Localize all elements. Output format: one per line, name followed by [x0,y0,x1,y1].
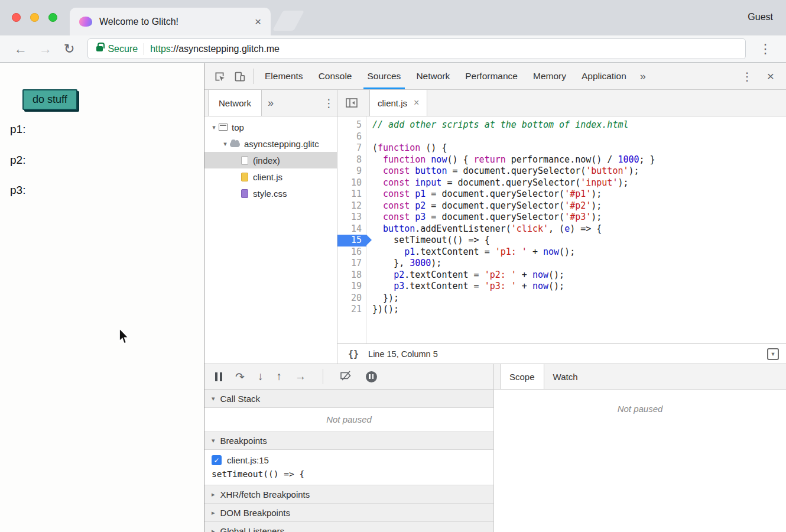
code-line-17[interactable]: }, 3000); [372,258,786,270]
line-number[interactable]: 21 [337,304,366,316]
code-line-8[interactable]: function now() { return performance.now(… [372,154,786,166]
breakpoint-code-snippet: setTimeout(() => { [212,469,486,479]
code-line-21[interactable]: })(); [372,304,786,316]
editor-tab-clientjs[interactable]: client.js × [369,90,427,116]
line-number[interactable]: 5 [337,119,366,131]
devtools-tab-sources[interactable]: Sources [360,63,409,89]
code-line-12[interactable]: const p2 = document.querySelector('#p2')… [372,200,786,212]
line-number[interactable]: 17 [337,258,366,270]
new-tab-button[interactable] [272,11,304,31]
zoom-window-button[interactable] [48,13,57,22]
step-over-icon[interactable]: ↷ [235,370,245,384]
p3-text: p3: [10,184,25,197]
tree-item--index-[interactable]: (index) [204,152,337,168]
tree-item-client-js[interactable]: client.js [204,168,337,185]
code-line-6[interactable] [372,131,786,143]
line-number[interactable]: 18 [337,270,366,281]
deactivate-breakpoints-icon[interactable] [340,371,353,383]
devtools-tab-network[interactable]: Network [408,63,457,89]
collapse-triangle-icon: ▾ [212,437,215,445]
close-window-button[interactable] [12,13,21,22]
window-controls [12,13,57,22]
code-line-20[interactable]: }); [372,293,786,304]
line-number[interactable]: 8 [337,154,366,166]
tab-close-icon[interactable]: × [255,15,261,28]
code-line-7[interactable]: (function () { [372,142,786,154]
line-number[interactable]: 14 [337,223,366,235]
tree-item-top[interactable]: ▾top [204,119,337,135]
pretty-print-icon[interactable]: {} [348,349,359,359]
code-line-18[interactable]: p2.textContent = 'p2: ' + now(); [372,270,786,281]
code-line-13[interactable]: const p3 = document.querySelector('#p3')… [372,212,786,223]
line-number[interactable]: 19 [337,281,366,293]
tree-item-style-css[interactable]: style.css [204,185,337,202]
more-tabs-icon[interactable]: » [634,70,652,83]
line-number[interactable]: 7 [337,142,366,154]
line-number[interactable]: 20 [337,293,366,304]
side-tab-watch[interactable]: Watch [544,364,587,389]
step-icon[interactable]: → [295,370,306,383]
code-line-5[interactable]: // add other scripts at the bottom of in… [372,119,786,131]
code-line-11[interactable]: const p1 = document.querySelector('#p1')… [372,189,786,200]
breakpoints-header[interactable]: ▾ Breakpoints [204,432,493,450]
devtools-tab-performance[interactable]: Performance [457,63,525,89]
expand-triangle-icon[interactable]: ▾ [209,124,219,131]
reload-icon[interactable]: ↻ [58,41,80,57]
sidebar-menu-icon[interactable]: ⋮ [316,90,337,116]
toggle-drawer-icon[interactable]: ▼ [767,348,779,360]
step-into-icon[interactable]: ↓ [258,370,264,383]
devtools-tab-memory[interactable]: Memory [525,63,574,89]
line-number[interactable]: 13 [337,212,366,223]
xhr-fetch-breakpoints-header[interactable]: ▸XHR/fetch Breakpoints [204,485,493,504]
tree-item-asyncstepping-glitc[interactable]: ▾asyncstepping.glitc [204,135,337,152]
toggle-navigator-icon[interactable] [340,90,363,116]
expand-triangle-icon[interactable]: ▾ [220,140,230,148]
sidebar-tab-network[interactable]: Network [208,90,262,116]
forward-icon[interactable]: → [33,41,58,57]
tab-strip: Welcome to Glitch! × Guest [0,0,786,35]
line-number[interactable]: 9 [337,166,366,177]
pause-on-exceptions-icon[interactable] [366,371,377,382]
debugger-section: ↷ ↓ ↑ → ▾ Call Stack Not paus [204,364,786,532]
devtools-tab-console[interactable]: Console [311,63,360,89]
editor-tab-close-icon[interactable]: × [414,98,419,108]
line-number[interactable]: 16 [337,246,366,258]
browser-menu-icon[interactable]: ⋮ [753,41,778,57]
code-line-19[interactable]: p3.textContent = 'p3: ' + now(); [372,281,786,293]
code-line-16[interactable]: p1.textContent = 'p1: ' + now(); [372,246,786,258]
code-line-10[interactable]: const input = document.querySelector('in… [372,177,786,189]
step-out-icon[interactable]: ↑ [276,370,282,383]
breakpoint-entry[interactable]: ✓ client.js:15 setTimeout(() => { [204,450,493,485]
sidebar-overflow-icon[interactable]: » [262,90,280,116]
inspect-element-icon[interactable] [209,70,229,83]
call-stack-header[interactable]: ▾ Call Stack [204,390,493,408]
side-tab-scope[interactable]: Scope [500,364,544,389]
minimize-window-button[interactable] [30,13,39,22]
code-editor[interactable]: 56789101112131415161718192021 // add oth… [337,116,786,343]
breakpoint-line-number[interactable]: 15 [337,235,366,246]
scope-watch-tabs: ScopeWatch [494,364,786,390]
line-number[interactable]: 11 [337,189,366,200]
devtools-menu-icon[interactable]: ⋮ [735,70,760,83]
browser-window: Welcome to Glitch! × Guest ← → ↻ Secure … [0,0,786,532]
line-number[interactable]: 12 [337,200,366,212]
devtools-tab-elements[interactable]: Elements [257,63,311,89]
line-number[interactable]: 6 [337,131,366,143]
devtools-close-icon[interactable]: × [760,69,781,83]
code-line-9[interactable]: const button = document.querySelector('b… [372,166,786,177]
url-text: ://asyncstepping.glitch.me [171,44,280,54]
editor-status-bar: {} Line 15, Column 5 ▼ [337,343,786,364]
pause-script-icon[interactable] [215,372,222,381]
breakpoint-checkbox[interactable]: ✓ [212,455,222,465]
device-toolbar-icon[interactable] [229,70,249,83]
url-bar[interactable]: Secure https://asyncstepping.glitch.me [87,38,746,59]
dom-breakpoints-header[interactable]: ▸DOM Breakpoints [204,504,493,522]
do-stuff-button[interactable]: do stuff [22,89,77,110]
back-icon[interactable]: ← [8,41,33,57]
global-listeners-header[interactable]: ▸Global Listeners [204,522,493,532]
code-line-14[interactable]: button.addEventListener('click', (e) => … [372,223,786,235]
code-line-15[interactable]: setTimeout(() => { [372,235,786,246]
browser-tab[interactable]: Welcome to Glitch! × [70,8,271,35]
devtools-tab-application[interactable]: Application [574,63,634,89]
line-number[interactable]: 10 [337,177,366,189]
